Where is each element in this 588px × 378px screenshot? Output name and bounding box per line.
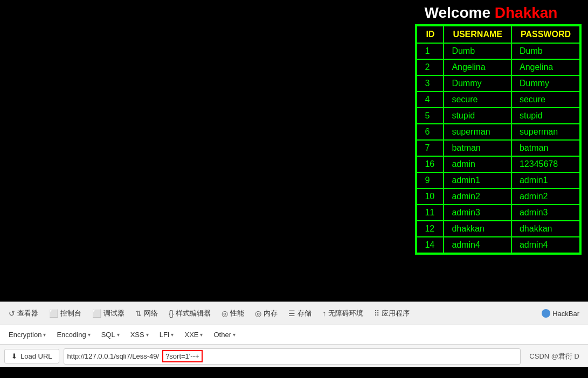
encryption-label: Encryption (9, 331, 41, 339)
cell-password: Angelina (511, 59, 580, 75)
dhakkan-text: Dhakkan (495, 4, 558, 21)
load-url-label: Load URL (20, 352, 52, 360)
cell-password: admin2 (511, 188, 580, 205)
table-row: 2AngelinaAngelina (417, 59, 580, 75)
table-row: 5stupidstupid (417, 108, 580, 124)
cell-id: 10 (417, 188, 444, 205)
lfi-label: LFI (160, 331, 170, 339)
storage-label: 存储 (298, 309, 312, 318)
xss-arrow: ▾ (146, 332, 149, 338)
console-label: 控制台 (60, 309, 81, 318)
xxe-label: XXE (184, 331, 198, 339)
encoding-arrow: ▾ (88, 332, 91, 338)
sql-label: SQL (101, 331, 115, 339)
devtools-inspector[interactable]: ↺ 查看器 (4, 306, 43, 320)
welcome-text: Welcome (425, 4, 490, 21)
cell-password: batman (511, 140, 580, 156)
xss-label: XSS (130, 331, 144, 339)
table-row: 4securesecure (417, 92, 580, 108)
cell-id: 1 (417, 43, 444, 59)
cell-id: 9 (417, 172, 444, 188)
devtools-style-editor[interactable]: {} 样式编辑器 (164, 306, 215, 320)
cell-password: Dummy (511, 75, 580, 92)
url-input-container[interactable]: http://127.0.0.1/sqli7/Less-49/ ?sort=1'… (64, 348, 521, 365)
cell-id: 7 (417, 140, 444, 156)
hackbar-icon (542, 309, 550, 318)
csdn-label: CSDN @君衍 D (525, 352, 584, 361)
cell-password: dhakkan (511, 221, 580, 237)
cell-username: stupid (444, 108, 511, 124)
console-icon: ⬜ (49, 309, 58, 318)
cell-password: Dumb (511, 43, 580, 59)
accessibility-label: 无障碍环境 (328, 309, 363, 318)
col-header-id: ID (417, 26, 444, 43)
cell-id: 16 (417, 156, 444, 172)
devtools-application[interactable]: ⠿ 应用程序 (370, 306, 414, 320)
devtools-debugger[interactable]: ⬜ 调试器 (88, 306, 129, 320)
network-label: 网络 (144, 309, 158, 318)
cell-username: secure (444, 92, 511, 108)
cell-password: admin3 (511, 205, 580, 221)
inspector-label: 查看器 (17, 309, 38, 318)
other-label: Other (213, 331, 231, 339)
application-icon: ⠿ (374, 309, 379, 318)
table-row: 14admin4admin4 (417, 237, 580, 253)
data-table-container: ID USERNAME PASSWORD 1DumbDumb2AngelinaA… (415, 24, 582, 255)
url-bar: ⬇ Load URL http://127.0.0.1/sqli7/Less-4… (0, 345, 588, 367)
cell-password: admin4 (511, 237, 580, 253)
devtools-network[interactable]: ⇅ 网络 (131, 306, 162, 320)
encoding-dropdown[interactable]: Encoding ▾ (52, 328, 94, 341)
xxe-dropdown[interactable]: XXE ▾ (180, 328, 207, 341)
cell-id: 12 (417, 221, 444, 237)
url-highlighted-part: ?sort=1'--+ (162, 350, 202, 362)
table-row: 3DummyDummy (417, 75, 580, 92)
devtools-console[interactable]: ⬜ 控制台 (45, 306, 86, 320)
main-content: Welcome Dhakkan ID USERNAME PASSWORD 1Du… (0, 0, 588, 302)
encryption-dropdown[interactable]: Encryption ▾ (4, 328, 50, 341)
hackbar-button[interactable]: HackBar (537, 307, 584, 320)
load-url-icon: ⬇ (11, 352, 17, 360)
cell-password: secure (511, 92, 580, 108)
load-url-button[interactable]: ⬇ Load URL (4, 349, 59, 363)
table-row: 11admin3admin3 (417, 205, 580, 221)
other-dropdown[interactable]: Other ▾ (209, 328, 240, 341)
toolbar-bar: Encryption ▾ Encoding ▾ SQL ▾ XSS ▾ LFI … (0, 325, 588, 345)
devtools-accessibility[interactable]: ↑ 无障碍环境 (318, 306, 368, 320)
lfi-arrow: ▾ (171, 332, 174, 338)
sql-arrow: ▾ (117, 332, 120, 338)
devtools-storage[interactable]: ☰ 存储 (284, 306, 316, 320)
sql-dropdown[interactable]: SQL ▾ (97, 328, 124, 341)
debugger-label: 调试器 (103, 309, 124, 318)
memory-icon: ◎ (255, 309, 261, 318)
cell-username: dhakkan (444, 221, 511, 237)
cell-username: admin3 (444, 205, 511, 221)
welcome-section: Welcome Dhakkan (394, 0, 588, 26)
cell-id: 4 (417, 92, 444, 108)
inspector-icon: ↺ (9, 309, 15, 318)
cell-id: 5 (417, 108, 444, 124)
network-icon: ⇅ (135, 309, 142, 318)
table-row: 16admin12345678 (417, 156, 580, 172)
performance-icon: ◎ (222, 309, 228, 318)
col-header-username: USERNAME (444, 26, 511, 43)
cell-password: 12345678 (511, 156, 580, 172)
accessibility-icon: ↑ (322, 309, 326, 318)
col-header-password: PASSWORD (511, 26, 580, 43)
other-arrow: ▾ (233, 332, 236, 338)
xss-dropdown[interactable]: XSS ▾ (126, 328, 153, 341)
devtools-memory[interactable]: ◎ 内存 (251, 306, 282, 320)
url-static-part: http://127.0.0.1/sqli7/Less-49/ (64, 352, 163, 360)
data-table: ID USERNAME PASSWORD 1DumbDumb2AngelinaA… (416, 25, 580, 254)
devtools-bar: ↺ 查看器 ⬜ 控制台 ⬜ 调试器 ⇅ 网络 {} 样式编辑器 ◎ 性能 ◎ 内… (0, 302, 588, 325)
style-editor-label: 样式编辑器 (176, 309, 211, 318)
encoding-label: Encoding (57, 331, 86, 339)
cell-password: superman (511, 124, 580, 140)
lfi-dropdown[interactable]: LFI ▾ (155, 328, 178, 341)
table-row: 12dhakkandhakkan (417, 221, 580, 237)
performance-label: 性能 (230, 309, 244, 318)
devtools-performance[interactable]: ◎ 性能 (217, 306, 248, 320)
cell-username: superman (444, 124, 511, 140)
cell-password: admin1 (511, 172, 580, 188)
cell-id: 11 (417, 205, 444, 221)
cell-username: admin1 (444, 172, 511, 188)
